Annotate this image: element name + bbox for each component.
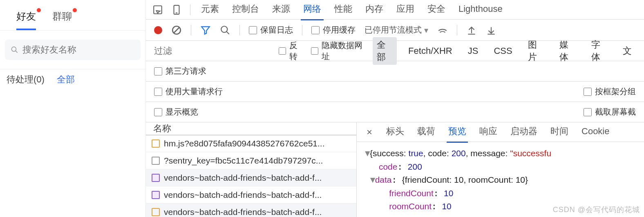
request-name: vendors~batch-add-friends~batch-add-f...	[164, 207, 322, 217]
divider	[0, 30, 145, 31]
settings-row-2: 显示概览 截取屏幕截	[146, 102, 644, 122]
filter-type-js[interactable]: JS	[464, 44, 483, 58]
column-name[interactable]: 名称	[146, 122, 356, 135]
search-box[interactable]	[5, 40, 141, 60]
filter-type-img[interactable]: 图片	[524, 37, 548, 65]
filter-type-font[interactable]: 字体	[587, 37, 611, 65]
clear-icon[interactable]	[171, 25, 182, 35]
dtab-initiator[interactable]: 启动器	[509, 121, 539, 143]
tab-friends[interactable]: 好友	[16, 10, 36, 30]
download-icon[interactable]	[486, 25, 496, 35]
disable-cache-checkbox[interactable]: 停用缓存	[311, 24, 356, 35]
svg-point-7	[221, 26, 227, 32]
divider	[239, 25, 240, 35]
network-conditions-icon[interactable]	[437, 25, 448, 35]
invert-checkbox[interactable]: 反转	[279, 40, 304, 62]
filter-bar-2: 第三方请求	[146, 61, 644, 82]
request-row[interactable]: ?sentry_key=fbc5c11c7e414db797297c...	[146, 152, 356, 169]
tab-lighthouse[interactable]: Lighthouse	[456, 0, 505, 20]
upload-icon[interactable]	[466, 25, 477, 35]
tab-groups[interactable]: 群聊	[52, 10, 72, 30]
css-file-icon	[152, 191, 160, 199]
preserve-log-checkbox[interactable]: 保留日志	[249, 24, 293, 35]
filter-icon[interactable]	[200, 25, 211, 35]
filter-all[interactable]: 全部	[57, 73, 75, 86]
dtab-payload[interactable]: 载荷	[416, 121, 437, 143]
tab-console[interactable]: 控制台	[230, 0, 262, 20]
tab-groups-label: 群聊	[52, 11, 72, 22]
request-row[interactable]: vendors~batch-add-friends~batch-add-f...	[146, 204, 356, 217]
app-tabs: 好友 群聊	[0, 0, 145, 30]
json-preview[interactable]: ▼{success: true, code: 200, message: "su…	[357, 142, 644, 217]
throttling-select[interactable]: 已停用节流模式 ▾	[364, 24, 428, 35]
tab-elements[interactable]: 元素	[199, 0, 221, 20]
search-icon[interactable]	[220, 25, 230, 35]
filter-type-media[interactable]: 媒体	[555, 37, 579, 65]
divider	[190, 4, 190, 15]
tab-friends-label: 好友	[16, 11, 36, 22]
record-button[interactable]	[154, 26, 162, 34]
device-icon[interactable]	[171, 4, 182, 15]
search-icon	[11, 45, 18, 54]
show-overview-checkbox[interactable]: 显示概览	[154, 106, 198, 117]
devtools-main-tabs: 元素 控制台 来源 网络 性能 内存 应用 安全 Lighthouse	[146, 0, 644, 20]
dtab-response[interactable]: 响应	[478, 121, 499, 143]
dtab-preview[interactable]: 预览	[447, 121, 468, 143]
divider	[191, 25, 191, 35]
js-file-icon	[152, 140, 160, 148]
filter-type-css[interactable]: CSS	[490, 44, 516, 58]
js-file-icon	[152, 208, 160, 216]
filter-type-fetch[interactable]: Fetch/XHR	[404, 44, 456, 58]
search-input[interactable]	[22, 44, 135, 55]
group-by-frame-checkbox[interactable]: 按框架分组	[584, 86, 636, 97]
request-row[interactable]: hm.js?e8d075fafa90944385276762ce51...	[146, 135, 356, 152]
third-party-checkbox[interactable]: 第三方请求	[154, 66, 206, 77]
capture-screenshots-checkbox[interactable]: 截取屏幕截	[584, 106, 636, 117]
request-row[interactable]: vendors~batch-add-friends~batch-add-f...	[146, 169, 356, 186]
tab-performance[interactable]: 性能	[332, 0, 355, 20]
filter-type-all[interactable]: 全部	[373, 37, 397, 65]
css-file-icon	[152, 174, 160, 182]
svg-line-8	[226, 31, 229, 34]
disable-cache-label: 停用缓存	[323, 24, 356, 35]
divider	[302, 25, 302, 35]
badge-dot-icon	[73, 8, 77, 12]
request-name: vendors~batch-add-friends~batch-add-f...	[164, 190, 322, 200]
large-rows-checkbox[interactable]: 使用大量请求行	[154, 86, 223, 97]
preserve-log-label: 保留日志	[260, 24, 293, 35]
svg-line-1	[16, 51, 18, 53]
request-name: ?sentry_key=fbc5c11c7e414db797297c...	[164, 156, 323, 166]
detail-tabs: × 标头 载荷 预览 响应 启动器 时间 Cookie	[357, 122, 644, 142]
dtab-headers[interactable]: 标头	[385, 121, 406, 143]
tab-security[interactable]: 安全	[425, 0, 448, 20]
throttling-label: 已停用节流模式	[364, 24, 422, 35]
app-sidebar: 好友 群聊 待处理(0) 全部	[0, 0, 146, 217]
tab-memory[interactable]: 内存	[363, 0, 386, 20]
dtab-timing[interactable]: 时间	[549, 121, 570, 143]
filter-bar: 反转 隐藏数据网址 全部 Fetch/XHR JS CSS 图片 媒体 字体 文	[146, 41, 644, 61]
badge-dot-icon	[37, 8, 41, 12]
svg-line-6	[174, 27, 179, 33]
request-name: hm.js?e8d075fafa90944385276762ce51...	[164, 139, 325, 148]
devtools-panel: 元素 控制台 来源 网络 性能 内存 应用 安全 Lighthouse 保留日志…	[146, 0, 644, 217]
filter-type-doc[interactable]: 文	[619, 43, 636, 59]
doc-file-icon	[152, 157, 160, 165]
divider	[457, 25, 457, 35]
filter-pending[interactable]: 待处理(0)	[7, 73, 45, 86]
tab-network[interactable]: 网络	[301, 0, 324, 20]
network-split: 名称 hm.js?e8d075fafa90944385276762ce51...…	[146, 122, 644, 217]
request-row[interactable]: vendors~batch-add-friends~batch-add-f...	[146, 186, 356, 204]
dtab-cookies[interactable]: Cookie	[580, 122, 611, 142]
settings-row-1: 使用大量请求行 按框架分组	[146, 82, 644, 102]
request-detail: × 标头 载荷 预览 响应 启动器 时间 Cookie ▼{success: t…	[357, 122, 644, 217]
hide-data-urls-checkbox[interactable]: 隐藏数据网址	[311, 40, 365, 62]
request-list: 名称 hm.js?e8d075fafa90944385276762ce51...…	[146, 122, 357, 217]
tab-sources[interactable]: 来源	[270, 0, 293, 20]
svg-point-0	[11, 47, 16, 51]
filter-input[interactable]	[154, 46, 271, 56]
inspect-icon[interactable]	[152, 4, 163, 15]
tab-application[interactable]: 应用	[394, 0, 417, 20]
close-icon[interactable]: ×	[364, 126, 375, 138]
app-filter-row: 待处理(0) 全部	[0, 69, 145, 90]
chevron-down-icon: ▾	[424, 25, 428, 35]
